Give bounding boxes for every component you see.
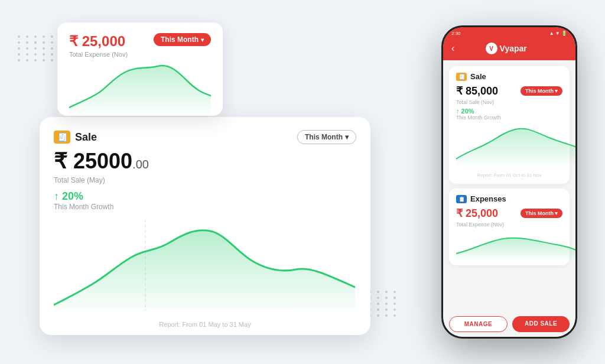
expense-chart (69, 60, 211, 116)
phone-time: 2:30 (451, 31, 461, 36)
phone-content: 🧾 Sale ₹ 85,000 This Month ▾ Total Sale … (443, 60, 575, 311)
phone-expense-label: Total Expense (Nov) (456, 222, 562, 228)
add-sale-button[interactable]: ADD SALE (512, 316, 570, 332)
sale-chart (54, 219, 356, 316)
expense-this-month-badge[interactable]: This Month ▾ (154, 33, 211, 46)
sale-growth-label: This Month Growth (54, 203, 356, 211)
phone-expense-icon: 📋 (456, 195, 467, 203)
phone-sale-growth-label: This Month Growth (456, 115, 562, 121)
phone-screen: 2:30 ▲ ▼ 🔋 ‹ V Vyapar 🧾 Sale (443, 27, 575, 337)
phone-expense-section: 📋 Expenses ₹ 25,000 This Month ▾ Total E… (449, 188, 570, 265)
sale-report-label: Report: From 01 May to 31 May (54, 316, 356, 335)
phone-expense-badge[interactable]: This Month ▾ (521, 209, 562, 218)
scene: ₹ 25,000 Total Expense (Nov) This Month … (22, 17, 583, 347)
phone-logo: V Vyapar (486, 43, 527, 54)
expense-label: Total Expense (Nov) (69, 51, 128, 58)
phone-sale-amount: ₹ 85,000 (456, 84, 498, 98)
sale-growth-pct: ↑ 20% (54, 190, 356, 203)
phone-sale-title: Sale (470, 72, 486, 81)
phone-sale-label: Total Sale (Nov) (456, 99, 562, 105)
vyapar-icon: V (486, 43, 497, 54)
phone-sale-badge[interactable]: This Month ▾ (521, 86, 562, 96)
phone-status-icons: ▲ ▼ 🔋 (549, 31, 567, 36)
sale-total-label: Total Sale (May) (54, 176, 356, 184)
sale-this-month-badge[interactable]: This Month ▾ (297, 130, 356, 144)
phone-sale-report: Report: From 01 Oct to 31 Nov (456, 170, 562, 180)
phone-expense-amount: ₹ 25,000 (456, 207, 498, 220)
expense-badge-chevron: ▾ (201, 37, 204, 43)
sale-amount: ₹ 25000.00 (54, 149, 356, 174)
phone-status-bar: 2:30 ▲ ▼ 🔋 (443, 27, 575, 39)
phone-sale-icon: 🧾 (456, 73, 467, 81)
phone-sale-chart (456, 121, 562, 170)
phone-back-button[interactable]: ‹ (451, 43, 454, 54)
phone-sale-section: 🧾 Sale ₹ 85,000 This Month ▾ Total Sale … (449, 66, 570, 184)
expense-card: ₹ 25,000 Total Expense (Nov) This Month … (57, 22, 223, 116)
phone-header: ‹ V Vyapar (443, 39, 575, 60)
phone-mockup: 2:30 ▲ ▼ 🔋 ‹ V Vyapar 🧾 Sale (441, 25, 577, 339)
sale-card: 🧾 Sale This Month ▾ ₹ 25000.00 Total Sal… (40, 117, 370, 335)
sale-title: 🧾 Sale (54, 131, 97, 144)
expense-amount: ₹ 25,000 (69, 33, 128, 50)
manage-button[interactable]: MANAGE (449, 316, 508, 332)
phone-sale-growth: ↑ 20% (456, 108, 562, 115)
sale-chevron: ▾ (345, 133, 349, 141)
phone-expense-title: Expenses (470, 194, 506, 203)
phone-expense-chart (456, 230, 562, 262)
phone-bottom-bar: MANAGE ADD SALE (443, 311, 575, 337)
sale-icon: 🧾 (54, 131, 70, 144)
